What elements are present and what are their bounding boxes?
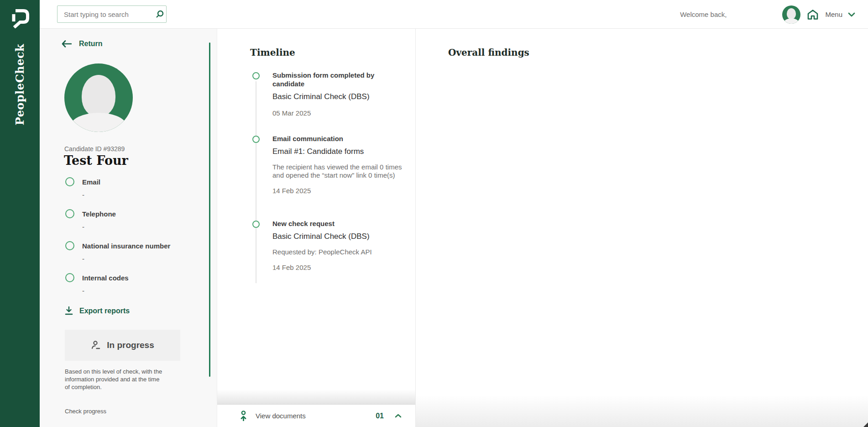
user-avatar[interactable] [782, 5, 800, 24]
welcome-text: Welcome back, [680, 11, 727, 18]
overall-findings-panel: Overall findings [416, 29, 868, 427]
chevron-down-icon[interactable] [848, 12, 855, 17]
home-icon[interactable] [806, 8, 820, 21]
timeline-entry-date: 14 Feb 2025 [272, 264, 412, 271]
search-icon[interactable] [155, 9, 165, 19]
candidate-panel: Return Candidate ID #93289 Test Four Ema… [40, 29, 217, 427]
download-icon [65, 306, 73, 315]
status-ring-icon [65, 209, 74, 218]
top-header: Welcome back, Menu [40, 0, 868, 29]
bottom-fade [416, 395, 868, 427]
check-progress-label[interactable]: Check progress [65, 408, 106, 415]
field-label: Internal codes [82, 274, 129, 282]
view-documents-label[interactable]: View documents [256, 412, 367, 420]
search-input[interactable] [64, 11, 155, 18]
field-value: - [82, 287, 129, 295]
status-label: In progress [107, 340, 154, 350]
field-label: National insurance number [82, 242, 170, 250]
scroll-shadow [217, 390, 415, 404]
overall-findings-title: Overall findings [448, 47, 529, 58]
candidate-name: Test Four [64, 153, 128, 168]
resize-grip[interactable] [863, 422, 868, 427]
timeline-title: Timeline [250, 47, 295, 58]
status-ring-icon [65, 177, 74, 186]
timeline-entry-date: 05 Mar 2025 [272, 109, 412, 117]
candidate-field: Email - [65, 177, 100, 199]
timeline-node-icon [252, 136, 260, 143]
timeline-node-icon [252, 72, 260, 79]
documents-count-badge: 01 [376, 412, 384, 420]
candidate-field: Telephone - [65, 209, 116, 231]
menu-button[interactable]: Menu [825, 11, 842, 18]
field-value: - [82, 223, 116, 231]
field-value: - [82, 191, 100, 199]
person-progress-icon [91, 340, 101, 350]
candidate-field: Internal codes - [65, 273, 129, 295]
status-ring-icon [65, 273, 74, 282]
return-button[interactable]: Return [62, 40, 103, 48]
status-in-progress-button[interactable]: In progress [65, 330, 180, 361]
brand-name-vertical: PeopleCheck [13, 33, 27, 136]
brand-sidebar: PeopleCheck [0, 0, 40, 427]
timeline-entry-subtitle: Basic Criminal Check (DBS) [272, 232, 412, 242]
status-disclaimer: Based on this level of check, with the i… [65, 368, 165, 391]
timeline-entry-date: 14 Feb 2025 [272, 187, 412, 195]
search-box[interactable] [57, 5, 167, 23]
timeline-entry-title: New check request [272, 219, 387, 228]
candidate-field: National insurance number - [65, 241, 170, 263]
export-reports-button[interactable]: Export reports [65, 306, 130, 315]
export-reports-label: Export reports [79, 307, 130, 315]
panel-scrollbar[interactable] [209, 42, 210, 377]
timeline-entry-description: The recipient has viewed the email 0 tim… [272, 163, 412, 179]
candidate-avatar [64, 63, 133, 132]
peoplecheck-logo-icon[interactable] [10, 6, 30, 28]
view-documents-bar[interactable]: View documents 01 [217, 404, 415, 427]
field-label: Email [82, 178, 100, 186]
timeline-entry-title: Submission form completed by candidate [272, 71, 387, 88]
field-label: Telephone [82, 210, 116, 218]
chevron-up-icon[interactable] [395, 414, 402, 418]
return-label: Return [79, 40, 103, 48]
person-up-arrow-icon [240, 411, 247, 421]
field-value: - [82, 255, 170, 263]
back-arrow-icon [62, 40, 72, 47]
timeline-entry-subtitle: Email #1: Candidate forms [272, 147, 412, 157]
timeline-connector [256, 81, 256, 283]
timeline-entry-description: Requested by: PeopleCheck API [272, 248, 412, 256]
timeline-entry-title: Email communication [272, 134, 387, 143]
status-ring-icon [65, 241, 74, 250]
candidate-id: Candidate ID #93289 [64, 145, 125, 153]
timeline-node-icon [252, 221, 260, 228]
timeline-entry-subtitle: Basic Criminal Check (DBS) [272, 92, 412, 102]
timeline-panel: Timeline Submission form completed by ca… [217, 29, 416, 427]
